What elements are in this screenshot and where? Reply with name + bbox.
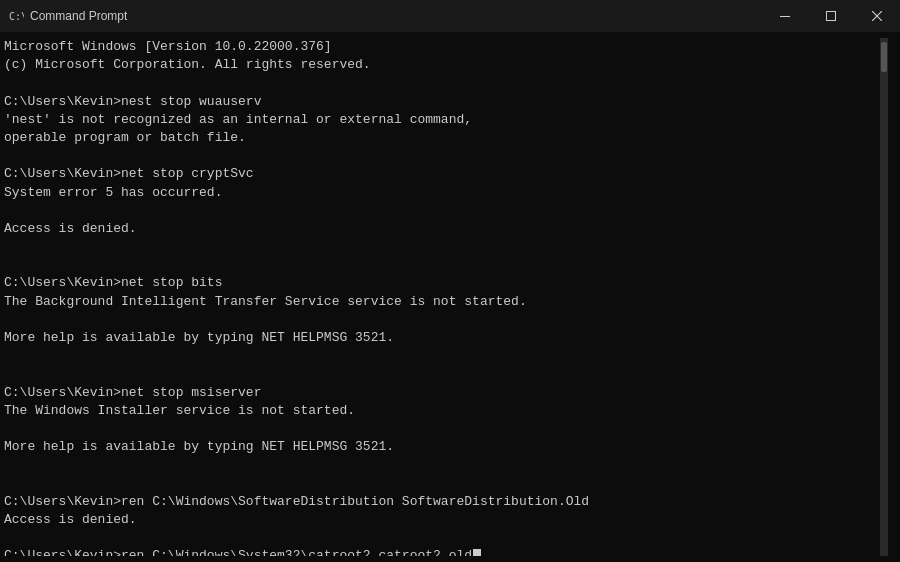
svg-rect-2 bbox=[780, 16, 790, 17]
minimize-button[interactable] bbox=[762, 0, 808, 32]
title-bar-left: C:\ Command Prompt bbox=[8, 8, 127, 24]
title-bar-title: Command Prompt bbox=[30, 9, 127, 23]
cursor bbox=[473, 549, 481, 556]
content-area: Microsoft Windows [Version 10.0.22000.37… bbox=[0, 32, 900, 562]
svg-rect-3 bbox=[827, 12, 836, 21]
title-bar: C:\ Command Prompt bbox=[0, 0, 900, 32]
command-prompt-window: C:\ Command Prompt Microsoft Windows [Ve… bbox=[0, 0, 900, 562]
scrollbar-thumb bbox=[881, 42, 887, 72]
close-button[interactable] bbox=[854, 0, 900, 32]
terminal-output[interactable]: Microsoft Windows [Version 10.0.22000.37… bbox=[4, 38, 880, 556]
maximize-button[interactable] bbox=[808, 0, 854, 32]
title-bar-controls bbox=[762, 0, 900, 32]
cmd-icon: C:\ bbox=[8, 8, 24, 24]
scrollbar[interactable] bbox=[880, 38, 888, 556]
svg-text:C:\: C:\ bbox=[9, 11, 24, 22]
